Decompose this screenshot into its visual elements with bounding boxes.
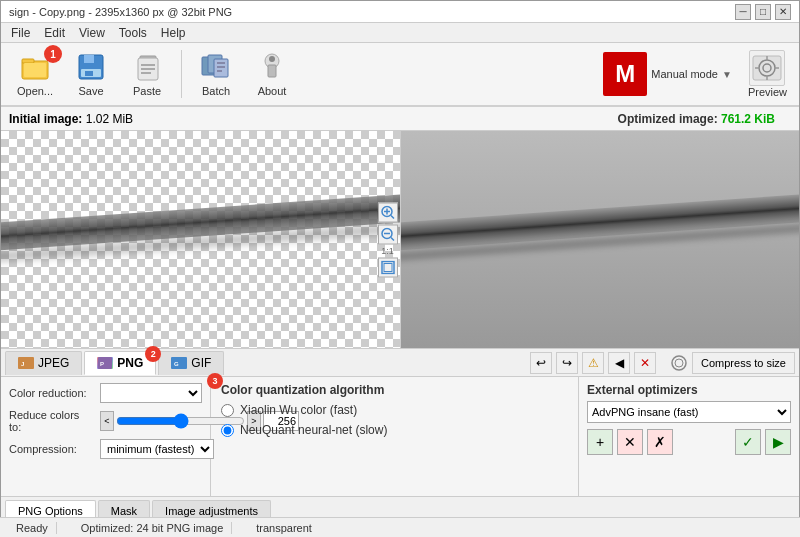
save-button[interactable]: Save	[65, 46, 117, 102]
color-reduction-label: Color reduction:	[9, 387, 94, 399]
svg-rect-2	[24, 63, 46, 77]
svg-rect-1	[22, 59, 34, 63]
cancel-button[interactable]: ✕	[634, 352, 656, 374]
warning-button[interactable]: ⚠	[582, 352, 604, 374]
tab-jpeg[interactable]: J JPEG	[5, 351, 82, 375]
status-ready: Ready	[8, 522, 57, 534]
radio-neuquant-label: NeuQuant neural-net (slow)	[240, 423, 387, 437]
status-transparent: transparent	[248, 522, 320, 534]
manual-mode-dropdown-arrow: ▼	[722, 69, 732, 80]
title-bar: sign - Copy.png - 2395x1360 px @ 32bit P…	[1, 1, 799, 23]
ext-cancel-button[interactable]: ✗	[647, 429, 673, 455]
status-bar: Ready Optimized: 24 bit PNG image transp…	[0, 517, 800, 537]
svg-line-31	[391, 215, 394, 218]
manual-mode-text: Manual mode	[651, 68, 718, 80]
zoom-in-button[interactable]	[378, 202, 398, 222]
open-label: Open...	[17, 85, 53, 97]
title-bar-controls: ─ □ ✕	[735, 4, 791, 20]
menu-edit[interactable]: Edit	[38, 24, 71, 42]
ext-apply-button[interactable]: ✓	[735, 429, 761, 455]
svg-point-44	[675, 359, 683, 367]
image-info-bar: Initial image: 1.02 MiB Optimized image:…	[1, 107, 799, 131]
svg-rect-20	[268, 65, 276, 77]
preview-icon	[749, 50, 785, 86]
svg-rect-14	[214, 59, 228, 77]
preview-label: Preview	[748, 86, 787, 98]
batch-icon	[200, 51, 232, 83]
color-reduction-row: Color reduction:	[9, 383, 202, 403]
color-reduction-select[interactable]	[100, 383, 202, 403]
tab-jpeg-label: JPEG	[38, 356, 69, 370]
tab-png-label: PNG	[117, 356, 143, 370]
about-button[interactable]: About	[246, 46, 298, 102]
window-title: sign - Copy.png - 2395x1360 px @ 32bit P…	[9, 6, 232, 18]
svg-text:J: J	[21, 361, 24, 367]
color-quant-title: Color quantization algorithm	[221, 383, 568, 397]
svg-rect-36	[384, 263, 392, 271]
manual-mode-button[interactable]: M Manual mode ▼	[603, 52, 732, 96]
menu-tools[interactable]: Tools	[113, 24, 153, 42]
initial-image-label: Initial image: 1.02 MiB	[9, 112, 133, 126]
ext-run-button[interactable]: ▶	[765, 429, 791, 455]
back-button[interactable]: ◀	[608, 352, 630, 374]
minimize-button[interactable]: ─	[735, 4, 751, 20]
fit-button[interactable]	[378, 257, 398, 277]
menu-file[interactable]: File	[5, 24, 36, 42]
paste-button[interactable]: Paste	[121, 46, 173, 102]
menu-view[interactable]: View	[73, 24, 111, 42]
reduce-colors-left-arrow[interactable]: <	[100, 411, 114, 431]
compress-icon	[670, 354, 688, 372]
status-optimized: Optimized: 24 bit PNG image	[73, 522, 232, 534]
color-quant-badge: 3	[207, 373, 223, 389]
tab-gif[interactable]: G GIF	[158, 351, 224, 375]
batch-button[interactable]: Batch	[190, 46, 242, 102]
svg-rect-4	[84, 55, 94, 63]
svg-point-19	[269, 56, 275, 62]
about-label: About	[258, 85, 287, 97]
undo-button[interactable]: ↩	[530, 352, 552, 374]
maximize-button[interactable]: □	[755, 4, 771, 20]
ext-remove-button[interactable]: ✕	[617, 429, 643, 455]
radio-xiaolin: Xiaolin Wu color (fast)	[221, 403, 568, 417]
save-label: Save	[78, 85, 103, 97]
compression-row: Compression: minimum (fastest)	[9, 439, 202, 459]
open-button[interactable]: Open... 1	[9, 46, 61, 102]
radio-xiaolin-input[interactable]	[221, 404, 234, 417]
redo-button[interactable]: ↪	[556, 352, 578, 374]
svg-rect-9	[141, 64, 155, 66]
optimized-image-label: Optimized image: 761.2 KiB	[618, 112, 775, 126]
manual-mode-label-container: Manual mode	[651, 68, 718, 80]
png-tab-icon: P	[97, 357, 113, 369]
compression-select[interactable]: minimum (fastest)	[100, 439, 214, 459]
radio-neuquant: NeuQuant neural-net (slow)	[221, 423, 568, 437]
optimized-image-panel	[401, 131, 800, 348]
initial-image-panel: 1:1	[1, 131, 401, 348]
tab-png[interactable]: P PNG 2	[84, 351, 156, 375]
format-tabs-bar: J JPEG P PNG 2 G GIF ↩ ↪ ⚠ ◀ ✕ Compress …	[1, 349, 799, 377]
compress-to-size-button[interactable]: Compress to size	[692, 352, 795, 374]
svg-rect-6	[85, 71, 93, 76]
external-optimizer-select[interactable]: AdvPNG insane (fast)	[587, 401, 791, 423]
initial-image-canvas	[1, 131, 400, 348]
reduce-colors-label: Reduce colors to:	[9, 409, 94, 433]
close-button[interactable]: ✕	[775, 4, 791, 20]
main-image-area: 1:1	[1, 131, 799, 349]
menu-bar: File Edit View Tools Help	[1, 23, 799, 43]
ext-add-button[interactable]: +	[587, 429, 613, 455]
menu-help[interactable]: Help	[155, 24, 192, 42]
open-badge: 1	[44, 45, 62, 63]
external-optimizer-buttons: + ✕ ✗ ✓ ▶	[587, 429, 791, 455]
radio-neuquant-input[interactable]	[221, 424, 234, 437]
png-tab-badge: 2	[145, 346, 161, 362]
paste-icon	[131, 51, 163, 83]
save-icon	[75, 51, 107, 83]
toolbar: Open... 1 Save Paste	[1, 43, 799, 107]
preview-button[interactable]: Preview	[748, 50, 787, 98]
zoom-out-button[interactable]	[378, 224, 398, 244]
svg-point-43	[672, 356, 686, 370]
options-left: Color reduction: Reduce colors to: < > C…	[1, 377, 211, 496]
compression-label: Compression:	[9, 443, 94, 455]
jpeg-tab-icon: J	[18, 357, 34, 369]
batch-label: Batch	[202, 85, 230, 97]
options-right: External optimizers AdvPNG insane (fast)…	[579, 377, 799, 496]
